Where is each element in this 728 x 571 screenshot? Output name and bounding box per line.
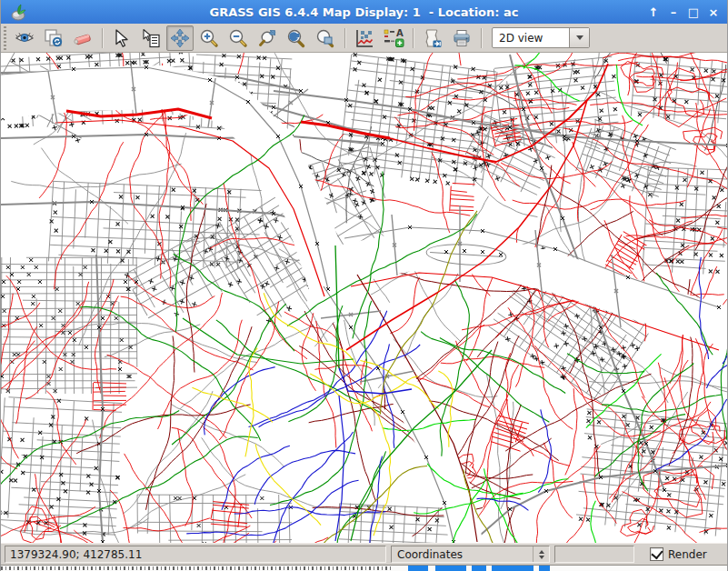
- cursor-attributes-icon: [140, 27, 162, 49]
- maximize-button[interactable]: □: [685, 3, 702, 21]
- magnifier-plus-icon: [198, 27, 220, 49]
- eye-icon: [14, 27, 35, 49]
- statusbar-mode-value: Coordinates: [392, 548, 463, 561]
- pan-button[interactable]: [166, 25, 194, 51]
- cursor-arrow-icon: [111, 27, 133, 49]
- chevron-down-icon: [576, 35, 583, 40]
- view-mode-dropdown-button[interactable]: [569, 28, 589, 47]
- svg-text:A: A: [396, 28, 404, 38]
- map-canvas[interactable]: [1, 53, 727, 543]
- zoom-back-button[interactable]: [283, 25, 310, 51]
- magnifier-region-icon: [314, 27, 336, 49]
- shade-button[interactable]: ↑: [645, 3, 662, 21]
- background-selection-fragment: [408, 566, 428, 571]
- toolbar-separator: [481, 28, 482, 48]
- add-overlay-button[interactable]: A: [380, 25, 407, 51]
- toolbar-separator: [413, 28, 414, 48]
- statusbar-mode-select[interactable]: Coordinates: [391, 546, 550, 563]
- zoom-options-button[interactable]: [312, 25, 339, 51]
- pointer-button[interactable]: [108, 25, 135, 51]
- analyze-map-button[interactable]: [351, 25, 378, 51]
- background-text-fragment: [1, 566, 392, 570]
- erase-display-button[interactable]: [69, 25, 96, 51]
- view-mode-value: 2D view: [493, 28, 569, 47]
- minimize-button[interactable]: –: [665, 3, 682, 21]
- render-map-button[interactable]: [40, 25, 67, 51]
- background-selection-fragment: [539, 566, 550, 571]
- eraser-icon: [72, 27, 94, 49]
- zoom-extent-button[interactable]: [254, 25, 281, 51]
- map-display-area: [1, 53, 727, 543]
- toolbar-grip[interactable]: [4, 26, 6, 50]
- toolbar-separator: [344, 28, 345, 48]
- query-map-button[interactable]: [137, 25, 165, 51]
- render-toggle[interactable]: Render: [650, 547, 707, 561]
- zoom-in-button[interactable]: [195, 25, 223, 51]
- chart-raster-icon: [354, 27, 375, 49]
- map-display-window: GRASS GIS 6.4.4 Map Display: 1 - Locatio…: [0, 0, 728, 571]
- background-selection-fragment: [492, 566, 534, 571]
- coordinate-display: 1379324.90; 412785.11: [5, 546, 386, 563]
- render-label: Render: [668, 548, 707, 561]
- legend-text-add-icon: A: [382, 27, 405, 49]
- close-button[interactable]: ×: [705, 3, 722, 21]
- view-mode-select[interactable]: 2D view: [492, 27, 590, 48]
- titlebar[interactable]: GRASS GIS 6.4.4 Map Display: 1 - Locatio…: [1, 0, 727, 24]
- render-checkbox[interactable]: [650, 547, 663, 561]
- statusbar: 1379324.90; 412785.11 Coordinates Render: [1, 543, 727, 566]
- background-window-sliver: [1, 566, 727, 571]
- layers-refresh-icon: [43, 27, 65, 49]
- zoom-out-button[interactable]: [224, 25, 252, 51]
- progress-bar: [554, 546, 634, 563]
- magnifier-extent-arrows-icon: [256, 27, 278, 49]
- grass-gis-logo-icon: [9, 3, 27, 21]
- toolbar: A 2D v: [1, 24, 727, 53]
- display-map-button[interactable]: [11, 25, 38, 51]
- file-export-icon: [422, 27, 444, 49]
- window-title: GRASS GIS 6.4.4 Map Display: 1 - Locatio…: [1, 5, 727, 19]
- window-controls: ↑ – □ ×: [645, 0, 722, 24]
- magnifier-minus-icon: [227, 27, 249, 49]
- background-selection-fragment: [472, 566, 486, 571]
- spin-up-icon: [539, 550, 544, 554]
- print-display-button[interactable]: [448, 25, 475, 51]
- pan-arrows-icon: [169, 27, 191, 49]
- save-display-button[interactable]: [419, 25, 446, 51]
- toolbar-separator: [102, 28, 103, 48]
- printer-icon: [451, 27, 473, 49]
- spinner-arrows[interactable]: [533, 546, 549, 562]
- background-selection-fragment: [435, 566, 466, 571]
- spin-down-icon: [539, 556, 544, 559]
- magnifier-return-icon: [285, 27, 307, 49]
